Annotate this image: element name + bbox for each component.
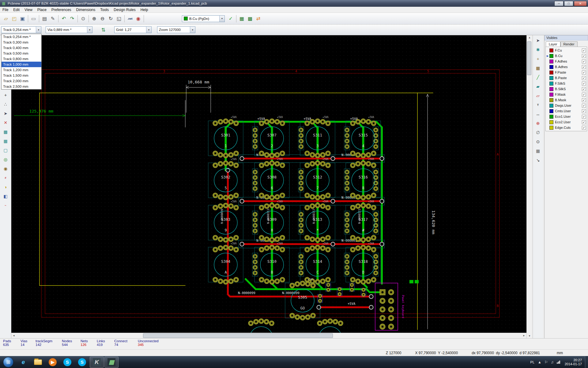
chevron-down-icon[interactable]: ▼ [87,27,92,33]
grid-origin-icon[interactable]: ▦ [534,147,542,155]
taskbar-skype-2[interactable]: S [75,357,89,368]
canvas-area[interactable]: 345AB10,668 mm125,476 mm134,620 mmN-0000… [11,35,526,333]
menu-item-dimensions[interactable]: Dimensions [74,7,98,13]
layer-row-eco2-user[interactable]: Eco2.User✓ [546,119,587,125]
drill-origin-icon[interactable]: ⊙ [534,138,542,146]
layer-visibility-checkbox[interactable]: ✓ [582,104,586,108]
layer-visibility-checkbox[interactable]: ✓ [582,82,586,86]
show-desktop-button[interactable] [585,356,588,368]
layer-visibility-checkbox[interactable]: ✓ [582,65,586,69]
add-text-icon[interactable]: T [534,101,542,109]
track-width-dropdown-list[interactable]: Track 0,254 mm *Track 0,300 mmTrack 0,40… [1,34,42,90]
zones-fill-icon[interactable]: ▦ [2,137,9,145]
track-width-option[interactable]: Track 0,254 mm * [2,34,41,40]
scroll-right-icon[interactable]: ► [523,334,525,337]
taskbar-pcbnew[interactable]: ▦ [104,357,119,368]
taskbar-explorer[interactable] [31,357,45,368]
select-tool-icon[interactable]: ➤ [534,36,542,44]
page-settings-icon[interactable]: ▭ [29,14,38,23]
open-board-icon[interactable]: ◰ [10,14,18,23]
layer-visibility-checkbox[interactable]: ✓ [582,87,586,91]
action-center-icon[interactable]: ⚐ [545,360,548,364]
layer-row-b-adhes[interactable]: B.Adhes✓ [546,64,587,70]
tab-layer[interactable]: Layer [546,41,560,47]
chevron-down-icon[interactable]: ▼ [36,27,41,33]
layer-visibility-checkbox[interactable]: ✓ [582,76,586,80]
layer-row-b-paste[interactable]: B.Paste✓ [546,75,587,81]
vertical-scroll-thumb[interactable] [527,41,531,75]
microwave-tools-icon[interactable]: ~ [2,201,9,209]
track-width-option[interactable]: Track 0,500 mm [2,51,41,56]
layer-row-cmts-user[interactable]: Cmts.User✓ [546,108,587,114]
redraw-icon[interactable]: ↻ [107,14,115,23]
network-icon[interactable] [557,361,560,364]
menu-item-edit[interactable]: Edit [11,7,22,13]
module-mode-icon[interactable]: ▦ [238,14,246,23]
track-width-option[interactable]: Track 1,500 mm [2,73,41,78]
vertical-scrollbar[interactable]: ▲ ▼ [526,35,532,338]
clock[interactable]: 20:27 2014-01-17 [565,358,582,366]
horizontal-scrollbar[interactable]: ◄ ► [11,333,526,338]
menu-item-tools[interactable]: Tools [98,7,111,13]
chevron-down-icon[interactable]: ▼ [190,27,195,33]
pads-display-icon[interactable]: ◉ [2,165,9,173]
layer-visibility-checkbox[interactable]: ✓ [582,120,586,124]
print-icon[interactable]: ▤ [40,14,49,23]
menu-item-help[interactable]: Help [138,7,151,13]
grid-hide-icon[interactable]: # [2,174,9,182]
layer-row-b-silks[interactable]: B.SilkS✓ [546,86,587,92]
add-keepout-icon[interactable]: ▱ [534,92,542,100]
layer-row-f-adhes[interactable]: F.Adhes✓ [546,59,587,64]
tab-render[interactable]: Render [560,41,578,47]
taskbar-skype[interactable]: S [60,357,74,368]
layer-visibility-checkbox[interactable]: ✓ [582,54,586,58]
track-width-option[interactable]: Track 0,400 mm [2,45,41,51]
layer-visibility-checkbox[interactable]: ✓ [582,98,586,102]
hidden-icons-arrow[interactable]: ▲ [538,360,541,364]
layer-visibility-checkbox[interactable]: ✓ [582,126,586,130]
menu-item-preferences[interactable]: Preferences [49,7,74,13]
layer-row-edge-cuts[interactable]: Edge.Cuts✓ [546,125,587,130]
zoom-in-icon[interactable]: ⊕ [90,14,98,23]
layer-row-f-cu[interactable]: F.Cu✓ [546,48,587,53]
zoom-fit-icon[interactable]: ◱ [115,14,123,23]
add-target-icon[interactable]: ⊕ [534,119,542,127]
layer-row-eco1-user[interactable]: Eco1.User✓ [546,114,587,119]
scroll-down-icon[interactable]: ▼ [528,335,531,337]
track-width-option[interactable]: Track 0,800 mm [2,56,41,62]
measure-tool-icon[interactable]: ↘ [534,156,542,164]
zoom-combo[interactable]: Zoom 127000 ▼ [157,26,195,33]
taskbar-ie[interactable]: e [16,357,30,368]
undo-icon[interactable]: ↶ [60,14,68,23]
taskbar-kicad[interactable]: K [90,357,104,368]
chevron-down-icon[interactable]: ▼ [219,16,224,22]
maximize-button[interactable]: □ [564,1,573,6]
taskbar-media-player[interactable]: ▶ [46,357,60,368]
find-icon[interactable]: ⊙ [79,14,87,23]
layer-row-f-paste[interactable]: F.Paste✓ [546,70,587,75]
menu-item-place[interactable]: Place [35,7,49,13]
horizontal-scroll-thumb[interactable] [143,333,333,338]
layer-visibility-checkbox[interactable]: ✓ [582,93,586,97]
net-highlight-icon[interactable]: ◎ [2,155,9,163]
redo-icon[interactable]: ↷ [68,14,76,23]
layer-visibility-checkbox[interactable]: ✓ [582,48,586,52]
layer-visibility-checkbox[interactable]: ✓ [582,109,586,113]
layer-visibility-checkbox[interactable]: ✓ [582,71,586,75]
track-width-option[interactable]: Track 2,000 mm [2,78,41,84]
menu-item-design-rules[interactable]: Design Rules [111,7,138,13]
zones-show-icon[interactable]: ▩ [2,128,9,136]
save-board-icon[interactable]: ▣ [18,14,27,23]
minimize-button[interactable]: ─ [554,1,564,6]
scroll-left-icon[interactable]: ◄ [13,334,15,337]
pcb-canvas[interactable]: 345AB10,668 mm125,476 mm134,620 mmN-0000… [11,35,526,333]
select-cursor-icon[interactable]: ➤ [2,109,9,117]
layer-ok-check-icon[interactable]: ✓ [227,14,235,23]
layer-row-f-mask[interactable]: F.Mask✓ [546,92,587,97]
plot-icon[interactable]: ✎ [49,14,57,23]
layer-visibility-checkbox[interactable]: ✓ [582,115,586,119]
polar-coords-icon[interactable]: ∴ [2,100,9,108]
local-ratsnest-icon[interactable]: + [534,55,542,63]
new-board-icon[interactable]: ▱ [2,14,10,23]
zones-outline-icon[interactable]: ▢ [2,146,9,154]
